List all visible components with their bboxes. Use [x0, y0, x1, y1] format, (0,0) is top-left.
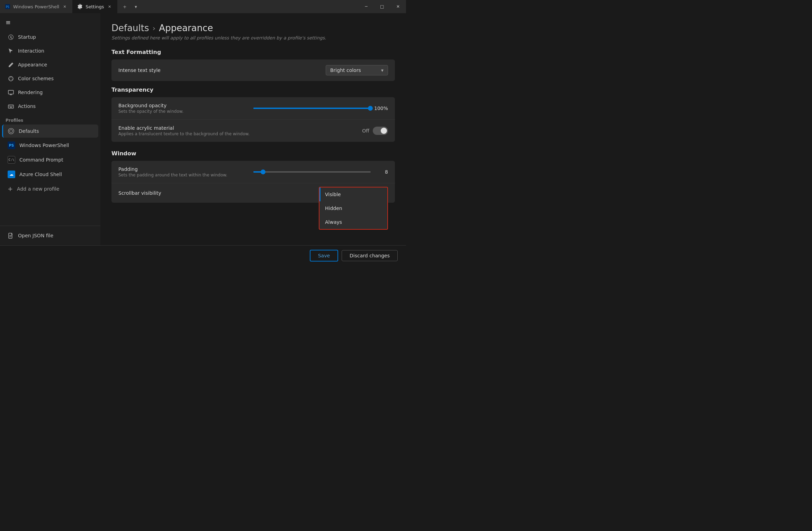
hamburger-icon: ≡	[6, 19, 11, 26]
add-profile-button[interactable]: + Add a new profile	[2, 182, 98, 195]
window-title: Window	[111, 150, 395, 157]
toggle-off-label: Off	[362, 128, 369, 134]
tab-settings-close[interactable]: ✕	[107, 4, 112, 9]
scrollbar-option-visible[interactable]: Visible	[319, 187, 387, 201]
cursor-icon	[8, 48, 14, 54]
sidebar-item-cmd-label: Command Prompt	[19, 157, 63, 163]
profiles-section-title: Profiles	[0, 115, 100, 124]
sidebar-item-cmd[interactable]: C:\ Command Prompt	[2, 153, 98, 167]
startup-icon	[8, 34, 14, 40]
text-formatting-card: Intense text style Bright colors ▾	[111, 59, 395, 81]
close-button[interactable]: ✕	[390, 0, 406, 13]
main-content: Defaults › Appearance Settings defined h…	[100, 13, 406, 245]
sidebar-item-azure-label: Azure Cloud Shell	[19, 172, 62, 177]
sidebar-item-interaction-label: Interaction	[18, 48, 44, 54]
svg-text:PS: PS	[6, 6, 9, 9]
background-opacity-value: 100%	[374, 106, 388, 111]
add-icon: +	[8, 185, 13, 192]
padding-slider[interactable]	[253, 171, 371, 173]
azure-icon: ☁	[8, 171, 15, 178]
svg-point-4	[11, 79, 12, 80]
background-opacity-label: Background opacity	[118, 103, 253, 108]
padding-label: Padding	[118, 166, 253, 172]
discard-changes-button[interactable]: Discard changes	[342, 250, 398, 261]
svg-rect-8	[9, 106, 10, 106]
footer: Save Discard changes	[0, 245, 406, 266]
enable-acrylic-toggle[interactable]	[373, 127, 388, 135]
padding-value: 8	[374, 169, 388, 175]
window-card: Padding Sets the padding around the text…	[111, 161, 395, 203]
scrollbar-option-hidden[interactable]: Hidden	[319, 201, 387, 215]
sidebar-item-startup[interactable]: Startup	[2, 30, 98, 44]
tab-settings[interactable]: Settings ✕	[72, 0, 117, 13]
svg-rect-9	[10, 106, 11, 106]
powershell-icon: PS	[5, 4, 10, 9]
sidebar-bottom: Open JSON file	[0, 226, 100, 242]
minimize-button[interactable]: ─	[358, 0, 374, 13]
svg-point-2	[9, 76, 13, 81]
content-area: ≡ Startup Interaction	[0, 13, 406, 245]
svg-rect-11	[10, 107, 12, 107]
slider-thumb	[368, 106, 373, 111]
sidebar-item-appearance[interactable]: Appearance	[2, 58, 98, 71]
tab-powershell[interactable]: PS Windows PowerShell ✕	[0, 0, 72, 13]
page-subtitle: Settings defined here will apply to all …	[111, 35, 395, 40]
sidebar-item-rendering-label: Rendering	[18, 90, 43, 95]
titlebar-actions: + ▾	[120, 2, 141, 11]
settings-icon	[77, 4, 83, 9]
tab-powershell-close[interactable]: ✕	[62, 4, 67, 9]
sidebar-item-windows-powershell[interactable]: PS Windows PowerShell	[2, 138, 98, 152]
background-opacity-sublabel: Sets the opacity of the window.	[118, 109, 253, 114]
breadcrumb-parent: Defaults	[111, 23, 149, 33]
intense-text-style-label: Intense text style	[118, 67, 326, 73]
sidebar-item-defaults[interactable]: Defaults	[2, 125, 98, 138]
tab-dropdown-button[interactable]: ▾	[131, 2, 141, 11]
transparency-title: Transparency	[111, 86, 395, 93]
palette-icon	[8, 75, 14, 82]
padding-sublabel: Sets the padding around the text within …	[118, 173, 253, 177]
save-button[interactable]: Save	[310, 250, 338, 262]
new-tab-button[interactable]: +	[120, 2, 130, 11]
background-opacity-row: Background opacity Sets the opacity of t…	[111, 97, 395, 120]
sidebar-item-actions[interactable]: Actions	[2, 100, 98, 113]
svg-point-5	[9, 79, 10, 80]
background-opacity-slider[interactable]	[253, 108, 371, 109]
titlebar: PS Windows PowerShell ✕ Settings ✕ + ▾ ─…	[0, 0, 406, 13]
dropdown-arrow-icon: ▾	[381, 67, 384, 73]
tab-settings-label: Settings	[85, 4, 104, 9]
defaults-icon	[8, 128, 15, 135]
breadcrumb-separator: ›	[153, 24, 156, 33]
sidebar-item-appearance-label: Appearance	[18, 62, 47, 67]
powershell-profile-icon: PS	[8, 141, 15, 149]
svg-rect-7	[8, 105, 13, 108]
sidebar-item-rendering[interactable]: Rendering	[2, 86, 98, 99]
svg-rect-10	[12, 106, 12, 106]
hamburger-button[interactable]: ≡	[0, 16, 100, 29]
text-formatting-title: Text Formatting	[111, 49, 395, 55]
maximize-button[interactable]: □	[374, 0, 390, 13]
enable-acrylic-label: Enable acrylic material	[118, 125, 362, 131]
window-controls: ─ □ ✕	[358, 0, 406, 13]
breadcrumb: Defaults › Appearance	[111, 23, 395, 33]
intense-text-style-value: Bright colors	[330, 67, 361, 73]
svg-rect-6	[8, 90, 13, 94]
open-json-file-button[interactable]: Open JSON file	[2, 229, 98, 242]
keyboard-icon	[8, 103, 14, 109]
monitor-icon	[8, 89, 14, 95]
svg-point-3	[10, 77, 11, 78]
sidebar-item-color-schemes[interactable]: Color schemes	[2, 72, 98, 85]
scrollbar-dropdown[interactable]: Visible Hidden Always	[319, 187, 388, 230]
cmd-icon: C:\	[8, 156, 15, 164]
intense-text-style-dropdown[interactable]: Bright colors ▾	[326, 65, 388, 75]
tab-powershell-label: Windows PowerShell	[13, 4, 59, 9]
sidebar-item-startup-label: Startup	[18, 34, 36, 40]
add-profile-label: Add a new profile	[17, 186, 59, 192]
padding-slider-thumb	[261, 170, 265, 174]
scrollbar-option-always[interactable]: Always	[319, 215, 387, 229]
sidebar-item-interaction[interactable]: Interaction	[2, 44, 98, 57]
json-icon	[8, 232, 14, 239]
intense-text-style-row: Intense text style Bright colors ▾	[111, 59, 395, 81]
sidebar-item-azure[interactable]: ☁ Azure Cloud Shell	[2, 167, 98, 181]
sidebar: ≡ Startup Interaction	[0, 13, 100, 245]
padding-row: Padding Sets the padding around the text…	[111, 161, 395, 183]
